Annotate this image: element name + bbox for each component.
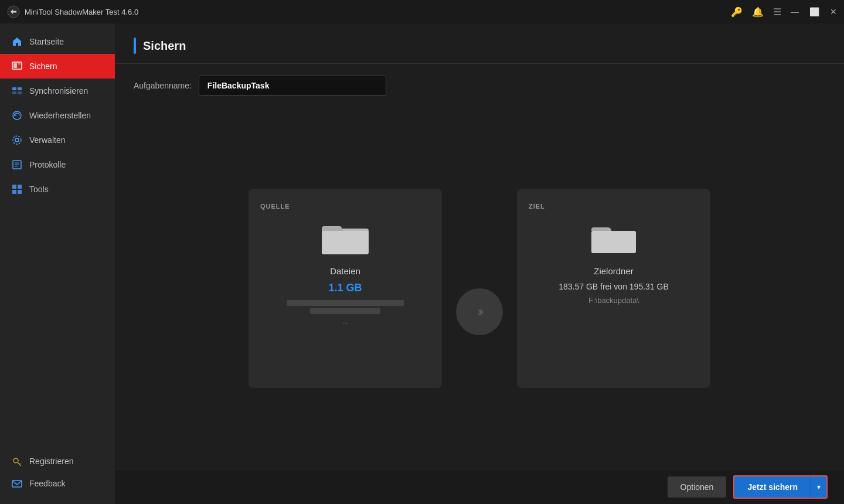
titlebar-icon-group: 🔑 🔔 ☰: [731, 6, 781, 18]
sidebar-label-registrieren: Registrieren: [29, 457, 73, 466]
source-size: 1.1 GB: [328, 282, 362, 294]
sidebar-item-verwalten[interactable]: Verwalten: [0, 128, 115, 152]
sidebar-label-startseite: Startseite: [29, 37, 64, 46]
svg-point-10: [13, 136, 21, 144]
backup-now-button[interactable]: Jetzt sichern: [733, 475, 811, 499]
task-name-label: Aufgabenname:: [134, 81, 192, 90]
sidebar: Startseite Sichern: [0, 23, 115, 504]
source-type: Dateien: [330, 266, 360, 276]
mail-icon: [12, 478, 22, 489]
source-card[interactable]: QUELLE Dateien 1.1 GB ...: [249, 189, 442, 388]
svg-rect-5: [18, 87, 22, 90]
cards-area: QUELLE Dateien 1.1 GB ...: [115, 107, 844, 469]
sidebar-footer: Registrieren Feedback: [0, 450, 115, 504]
key-icon[interactable]: 🔑: [731, 6, 743, 18]
key-icon: [12, 456, 22, 466]
sidebar-label-tools: Tools: [29, 185, 49, 194]
main-content: Sichern Aufgabenname: QUELLE: [115, 23, 844, 504]
source-ellipsis: ...: [342, 318, 348, 325]
source-folder-icon: [322, 219, 369, 257]
svg-rect-16: [18, 185, 22, 189]
app-body: Startseite Sichern: [0, 23, 844, 504]
backup-dropdown-button[interactable]: ▾: [811, 475, 828, 499]
sidebar-nav: Startseite Sichern: [0, 23, 115, 450]
window-controls: — ⬜ ✕: [791, 8, 837, 16]
home-icon: [12, 36, 22, 47]
sidebar-label-synchronisieren: Synchronisieren: [29, 86, 88, 96]
backup-icon: [12, 61, 22, 71]
dest-path: F:\backupdata\: [588, 296, 639, 305]
dest-folder-icon: [590, 219, 637, 257]
page-header: Sichern: [115, 23, 844, 64]
app-logo: [7, 5, 20, 18]
manage-icon: [12, 135, 22, 145]
dest-free-info: 183.57 GB frei von 195.31 GB: [559, 282, 669, 291]
source-label: QUELLE: [260, 203, 290, 210]
svg-point-9: [15, 138, 19, 142]
backup-button-group: Jetzt sichern ▾: [733, 475, 828, 499]
sidebar-item-feedback[interactable]: Feedback: [0, 472, 115, 495]
logs-icon: [12, 159, 22, 170]
svg-rect-4: [12, 87, 16, 90]
sidebar-label-protokolle: Protokolle: [29, 160, 66, 169]
sidebar-item-sichern[interactable]: Sichern: [0, 54, 115, 79]
source-path-line1: [287, 300, 404, 306]
svg-point-8: [13, 111, 21, 120]
minimize-button[interactable]: —: [791, 8, 799, 16]
sidebar-item-wiederherstellen[interactable]: Wiederherstellen: [0, 103, 115, 128]
tools-icon: [12, 184, 22, 195]
svg-rect-17: [12, 190, 16, 194]
dest-label: ZIEL: [529, 203, 545, 210]
svg-rect-28: [591, 231, 636, 253]
sidebar-label-feedback: Feedback: [29, 479, 65, 488]
options-button[interactable]: Optionen: [668, 476, 727, 498]
task-name-row: Aufgabenname:: [115, 64, 844, 107]
header-accent: [134, 38, 136, 54]
close-button[interactable]: ✕: [830, 8, 837, 16]
sidebar-item-startseite[interactable]: Startseite: [0, 29, 115, 54]
sidebar-label-sichern: Sichern: [29, 62, 57, 71]
arrow-connector[interactable]: ››: [456, 288, 503, 335]
source-paths: ...: [287, 300, 404, 327]
destination-card[interactable]: ZIEL Zielordner 183.57 GB frei von 195.3…: [517, 189, 710, 388]
sidebar-item-synchronisieren[interactable]: Synchronisieren: [0, 79, 115, 103]
svg-rect-27: [323, 231, 367, 253]
svg-rect-15: [12, 185, 16, 189]
svg-rect-3: [18, 63, 21, 64]
page-title: Sichern: [143, 39, 186, 53]
maximize-button[interactable]: ⬜: [809, 8, 819, 16]
svg-line-21: [19, 463, 21, 464]
bell-icon[interactable]: 🔔: [752, 6, 764, 18]
sync-icon: [12, 86, 22, 96]
sidebar-item-tools[interactable]: Tools: [0, 177, 115, 202]
app-title: MiniTool ShadowMaker Test 4.6.0: [25, 8, 731, 16]
svg-rect-6: [12, 91, 16, 94]
sidebar-label-verwalten: Verwalten: [29, 135, 65, 145]
arrow-icon: ››: [478, 304, 482, 319]
sidebar-item-protokolle[interactable]: Protokolle: [0, 152, 115, 177]
svg-rect-7: [18, 91, 22, 94]
svg-rect-18: [18, 190, 22, 194]
titlebar: MiniTool ShadowMaker Test 4.6.0 🔑 🔔 ☰ — …: [0, 0, 844, 23]
bottom-bar: Optionen Jetzt sichern ▾: [115, 469, 844, 504]
svg-rect-2: [13, 63, 17, 68]
source-path-line2: [310, 308, 380, 314]
restore-icon: [12, 110, 22, 121]
menu-icon[interactable]: ☰: [773, 6, 781, 18]
sidebar-label-wiederherstellen: Wiederherstellen: [29, 111, 91, 120]
task-name-input[interactable]: [199, 76, 386, 96]
sidebar-item-registrieren[interactable]: Registrieren: [0, 450, 115, 472]
dest-type: Zielordner: [594, 266, 634, 276]
svg-point-19: [13, 458, 18, 463]
